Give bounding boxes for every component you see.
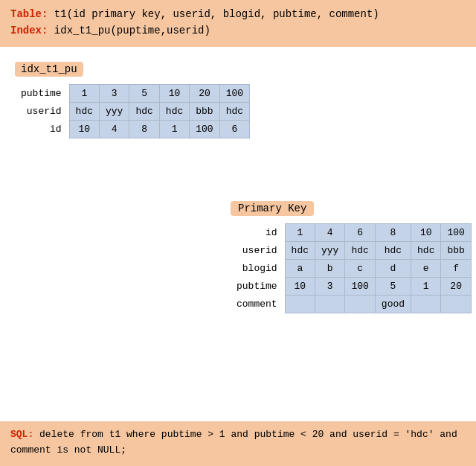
pk-cell bbox=[315, 296, 345, 313]
header-section: Table: t1(id primary key, userid, blogid… bbox=[0, 0, 476, 47]
index-value: idx_t1_pu(puptime,userid) bbox=[54, 25, 210, 36]
pk-cell: d bbox=[375, 260, 411, 278]
pk-badge: Primary Key bbox=[231, 201, 314, 216]
index-cell: hdc bbox=[159, 102, 189, 120]
index-cell: hdc bbox=[69, 102, 99, 120]
pk-cell: 10 bbox=[411, 224, 441, 242]
table-label: Table: bbox=[10, 8, 48, 20]
sql-text: delete from t1 where pubtime > 1 and pub… bbox=[10, 429, 457, 456]
pk-cell: hdc bbox=[345, 242, 375, 260]
index-cell: 6 bbox=[219, 120, 249, 138]
index-cell: 5 bbox=[129, 84, 159, 102]
index-row-label: pubtime bbox=[15, 84, 69, 102]
table-value: t1(id primary key, userid, blogid, pubti… bbox=[54, 8, 379, 20]
index-section: idx_t1_pu pubtime1351020100useridhdcyyyh… bbox=[0, 47, 476, 153]
index-badge: idx_t1_pu bbox=[15, 62, 83, 77]
index-cell: 100 bbox=[190, 120, 219, 138]
index-cell: hdc bbox=[219, 102, 249, 120]
pk-row-label: pubtime bbox=[231, 278, 285, 296]
pk-cell: hdc bbox=[411, 242, 441, 260]
index-table: pubtime1351020100useridhdcyyyhdchdcbbbhd… bbox=[15, 84, 250, 138]
index-cell: yyy bbox=[100, 102, 129, 120]
index-cell: bbb bbox=[190, 102, 219, 120]
pk-cell: 3 bbox=[315, 278, 345, 296]
pk-cell: 20 bbox=[441, 278, 471, 296]
index-cell: 1 bbox=[69, 84, 99, 102]
pk-row-label: blogid bbox=[231, 260, 285, 278]
index-cell: 10 bbox=[159, 84, 189, 102]
pk-cell: 5 bbox=[375, 278, 411, 296]
pk-cell: 100 bbox=[345, 278, 375, 296]
index-label: Index: bbox=[10, 25, 48, 36]
index-cell: 1 bbox=[159, 120, 189, 138]
pk-cell bbox=[285, 296, 315, 313]
pk-cell: a bbox=[285, 260, 315, 278]
index-row-label: id bbox=[15, 120, 69, 138]
pk-cell: c bbox=[345, 260, 375, 278]
pk-cell: 100 bbox=[441, 224, 471, 242]
pk-cell: good bbox=[375, 296, 411, 313]
pk-cell bbox=[411, 296, 441, 313]
pk-cell bbox=[441, 296, 471, 313]
index-cell: 100 bbox=[219, 84, 249, 102]
sql-label: SQL: bbox=[10, 429, 33, 440]
pk-cell: e bbox=[411, 260, 441, 278]
pk-cell bbox=[345, 296, 375, 313]
pk-cell: b bbox=[315, 260, 345, 278]
sql-footer: SQL: delete from t1 where pubtime > 1 an… bbox=[0, 421, 476, 466]
index-cell: hdc bbox=[129, 102, 159, 120]
pk-cell: 8 bbox=[375, 224, 411, 242]
pk-cell: 4 bbox=[315, 224, 345, 242]
index-cell: 20 bbox=[190, 84, 219, 102]
pk-cell: hdc bbox=[375, 242, 411, 260]
index-row-label: userid bbox=[15, 102, 69, 120]
pk-cell: 1 bbox=[285, 224, 315, 242]
index-cell: 8 bbox=[129, 120, 159, 138]
pk-cell: bbb bbox=[441, 242, 471, 260]
pk-cell: yyy bbox=[315, 242, 345, 260]
index-cell: 10 bbox=[69, 120, 99, 138]
pk-cell: 6 bbox=[345, 224, 375, 242]
pk-row-label: comment bbox=[231, 296, 285, 313]
pk-table: id146810100useridhdcyyyhdchdchdcbbbblogi… bbox=[231, 223, 472, 313]
pk-section: Primary Key id146810100useridhdcyyyhdchd… bbox=[231, 201, 472, 313]
pk-row-label: userid bbox=[231, 242, 285, 260]
pk-cell: 10 bbox=[285, 278, 315, 296]
index-cell: 4 bbox=[100, 120, 129, 138]
pk-cell: f bbox=[441, 260, 471, 278]
pk-row-label: id bbox=[231, 224, 285, 242]
pk-cell: hdc bbox=[285, 242, 315, 260]
index-cell: 3 bbox=[100, 84, 129, 102]
pk-cell: 1 bbox=[411, 278, 441, 296]
